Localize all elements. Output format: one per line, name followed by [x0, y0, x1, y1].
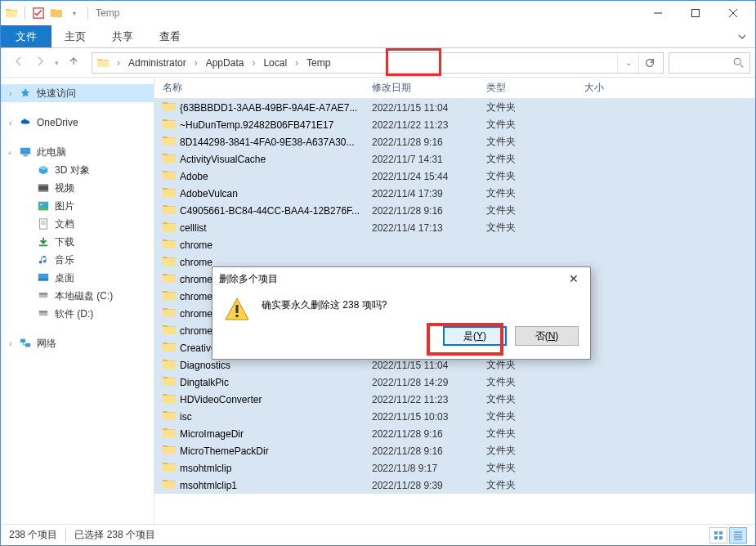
svg-rect-11 [38, 190, 48, 192]
file-type: 文件夹 [486, 358, 584, 372]
table-row[interactable]: MicroThemePackDir2022/11/28 9:16文件夹 [154, 442, 755, 459]
sidebar-this-pc[interactable]: ›此电脑 [1, 143, 154, 161]
maximize-button[interactable] [677, 1, 714, 25]
sidebar-item[interactable]: 视频 [1, 179, 154, 197]
file-type: 文件夹 [486, 118, 584, 132]
no-button[interactable]: 否(N) [515, 326, 579, 346]
search-icon [733, 57, 745, 69]
yes-button[interactable]: 是(Y) [443, 326, 507, 346]
breadcrumb-item[interactable]: Administrator [123, 57, 191, 69]
svg-rect-26 [20, 339, 25, 342]
file-type: 文件夹 [486, 169, 584, 183]
history-dropdown-icon[interactable]: ▾ [55, 59, 59, 67]
file-name: chrome [180, 291, 212, 302]
sidebar-item[interactable]: 3D 对象 [1, 161, 154, 179]
chevron-right-icon[interactable]: › [248, 57, 258, 69]
folder-icon [163, 272, 176, 286]
table-row[interactable]: ~HuDunTemp.92482B06FB471E172022/11/22 11… [154, 116, 755, 133]
tab-home[interactable]: 主页 [51, 25, 99, 47]
checkbox-icon[interactable] [31, 6, 46, 20]
file-name: AdobeVulcan [180, 188, 238, 199]
table-row[interactable]: C4905661-BC84-44CC-BAA4-12B276F...2022/1… [154, 202, 755, 219]
file-date: 2022/11/7 14:31 [372, 154, 486, 165]
search-input[interactable] [669, 52, 750, 74]
forward-button[interactable] [34, 55, 47, 70]
file-date: 2022/11/15 11:04 [372, 360, 486, 371]
sidebar-item[interactable]: 文档 [1, 215, 154, 233]
file-name: 8D144298-3841-4FA0-9E38-A637A30... [180, 136, 355, 148]
chevron-right-icon[interactable]: › [9, 89, 11, 98]
sidebar-quick-access[interactable]: ›快速访问 [1, 84, 154, 102]
table-row[interactable]: msohtmlclip2022/11/8 9:17文件夹 [154, 459, 755, 477]
table-row[interactable]: msohtmlclip12022/11/28 9:39文件夹 [154, 477, 755, 494]
folder-icon [96, 56, 110, 70]
table-row[interactable]: {63BBBDD1-3AAB-49BF-9A4E-A7AE7...2022/11… [154, 99, 755, 116]
column-size[interactable]: 大小 [584, 81, 755, 95]
table-row[interactable]: ActivityVisualCache2022/11/7 14:31文件夹 [154, 150, 755, 168]
tab-view[interactable]: 查看 [146, 25, 194, 47]
file-name: MicroThemePackDir [180, 445, 269, 457]
dropdown-icon[interactable]: ▾ [67, 6, 82, 20]
quick-folder-icon[interactable] [49, 6, 64, 20]
tree-label: 图片 [55, 199, 74, 213]
column-type[interactable]: 类型 [486, 81, 584, 95]
chevron-down-icon[interactable]: › [7, 148, 15, 156]
svg-rect-28 [714, 531, 718, 535]
table-row[interactable]: AdobeVulcan2022/11/4 17:39文件夹 [154, 185, 755, 202]
tree-label: 音乐 [55, 253, 74, 267]
dialog-title: 删除多个项目 [219, 272, 278, 286]
table-row[interactable]: HDVideoConverter2022/11/22 11:23文件夹 [154, 391, 755, 408]
table-row[interactable]: celllist2022/11/4 17:13文件夹 [154, 219, 755, 236]
breadcrumb-item[interactable]: Temp [302, 57, 335, 69]
tab-file[interactable]: 文件 [1, 25, 51, 47]
svg-rect-24 [39, 311, 48, 312]
chevron-right-icon[interactable]: › [9, 119, 11, 128]
table-row[interactable]: DingtalkPic2022/11/28 14:29文件夹 [154, 374, 755, 391]
status-item-count: 238 个项目 [9, 528, 57, 542]
column-date[interactable]: 修改日期 [372, 81, 486, 95]
chevron-right-icon[interactable]: › [191, 57, 201, 69]
sidebar-network[interactable]: ›网络 [1, 334, 154, 352]
sidebar-item[interactable]: 软件 (D:) [1, 305, 154, 323]
table-row[interactable]: isc2022/11/15 10:03文件夹 [154, 408, 755, 425]
close-button[interactable] [714, 1, 752, 25]
table-row[interactable]: MicroImageDir2022/11/28 9:16文件夹 [154, 425, 755, 442]
sidebar-item[interactable]: 下载 [1, 233, 154, 251]
ribbon-expand-icon[interactable] [729, 25, 755, 47]
ribbon: 文件 主页 共享 查看 [1, 25, 755, 48]
sidebar-item[interactable]: 本地磁盘 (C:) [1, 287, 154, 305]
sidebar-item[interactable]: 图片 [1, 197, 154, 215]
file-date: 2022/11/4 17:39 [372, 188, 486, 199]
table-row[interactable]: Adobe2022/11/24 15:44文件夹 [154, 168, 755, 185]
sidebar-item[interactable]: 音乐 [1, 251, 154, 269]
address-dropdown-icon[interactable]: ⌄ [617, 53, 638, 73]
view-large-icons-button[interactable] [709, 527, 727, 544]
file-date: 2022/11/28 9:16 [372, 428, 486, 440]
refresh-button[interactable] [638, 53, 660, 73]
svg-rect-30 [714, 536, 718, 539]
view-details-button[interactable] [729, 527, 747, 544]
column-name[interactable]: 名称 [163, 81, 372, 95]
back-button[interactable] [12, 55, 25, 70]
chevron-right-icon[interactable]: › [292, 57, 302, 69]
file-date: 2022/11/28 9:16 [372, 205, 486, 217]
chevron-right-icon[interactable]: › [114, 57, 123, 69]
breadcrumb-bar[interactable]: › Administrator › AppData › Local › Temp… [92, 52, 664, 74]
table-row[interactable]: chrome [154, 236, 755, 253]
table-row[interactable]: 8D144298-3841-4FA0-9E38-A637A30...2022/1… [154, 133, 755, 150]
dialog-close-button[interactable]: ✕ [564, 272, 584, 285]
file-type: 文件夹 [486, 135, 584, 149]
svg-rect-31 [719, 536, 722, 539]
up-button[interactable] [67, 55, 80, 70]
sidebar-item[interactable]: 桌面 [1, 269, 154, 287]
minimize-button[interactable] [639, 1, 677, 25]
breadcrumb-item[interactable]: AppData [201, 57, 249, 69]
tab-share[interactable]: 共享 [99, 25, 146, 47]
sidebar-onedrive[interactable]: ›OneDrive [1, 114, 154, 132]
item-icon [37, 199, 50, 213]
svg-rect-10 [38, 185, 48, 186]
breadcrumb-item[interactable]: Local [258, 57, 292, 69]
file-name: {63BBBDD1-3AAB-49BF-9A4E-A7AE7... [180, 102, 357, 114]
chevron-right-icon[interactable]: › [9, 339, 11, 348]
file-type: 文件夹 [486, 427, 584, 441]
